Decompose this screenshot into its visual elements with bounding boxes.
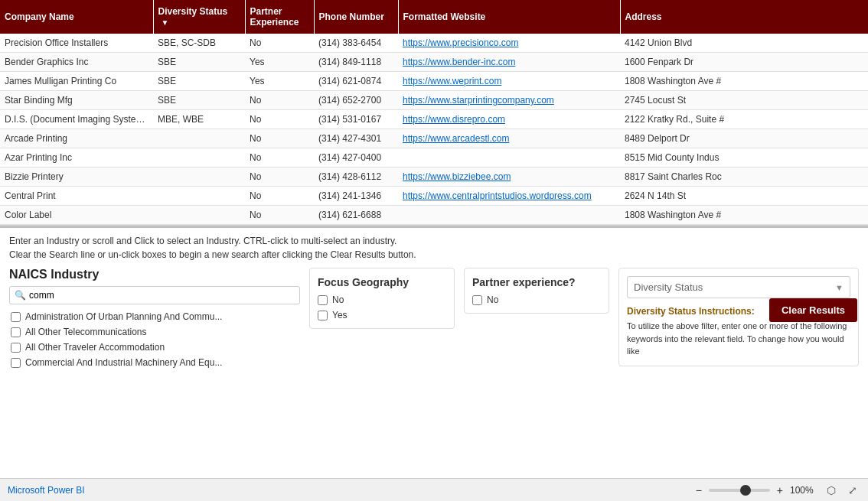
table-cell-2: No (245, 148, 314, 168)
naics-list-item[interactable]: All Other Telecommunications (9, 324, 300, 340)
table-cell-1: MBE, WBE (153, 110, 245, 129)
naics-search-input[interactable] (29, 290, 295, 301)
table-cell-4[interactable]: https://www.bender-inc.com (398, 53, 620, 72)
col-header-address[interactable]: Address (620, 0, 868, 34)
table-cell-1 (153, 168, 245, 187)
table-cell-3: (314) 849-1118 (314, 53, 398, 72)
naics-item-checkbox[interactable] (11, 327, 21, 337)
zoom-slider[interactable] (709, 489, 770, 492)
table-cell-5: 2745 Locust St (620, 91, 868, 110)
sort-arrow-diversity: ▼ (162, 18, 169, 27)
footer: Microsoft Power BI − + 100% ⬡ ⤢ (0, 478, 868, 501)
table-cell-0: Central Print (0, 187, 153, 206)
website-link[interactable]: https://www.arcadestl.com (403, 133, 509, 144)
website-link[interactable]: https://www.weprint.com (403, 76, 501, 86)
table-cell-4[interactable]: https://www.bizziebee.com (398, 168, 620, 187)
table-cell-4[interactable]: https://www.arcadestl.com (398, 129, 620, 148)
naics-panel: NAICS Industry 🔍 Administration Of Urban… (9, 268, 300, 370)
website-link[interactable]: https://www.bender-inc.com (403, 57, 515, 67)
naics-item-checkbox[interactable] (11, 358, 21, 368)
website-link[interactable]: https://www.bizziebee.com (403, 171, 511, 182)
website-link[interactable]: https://www.centralprintstudios.wordpres… (403, 190, 592, 201)
partner-exp-no-checkbox[interactable] (472, 295, 482, 305)
table-cell-5: 4142 Union Blvd (620, 34, 868, 53)
chevron-down-icon: ▼ (835, 283, 844, 292)
clear-results-button[interactable]: Clear Results (769, 298, 857, 322)
website-link[interactable]: https://www.precisionco.com (403, 37, 518, 48)
share-icon[interactable]: ⬡ (824, 483, 839, 498)
table-cell-3: (314) 241-1346 (314, 187, 398, 206)
results-table: Company Name Diversity Status ▼ Partner … (0, 0, 868, 225)
table-cell-1: SBE (153, 72, 245, 91)
table-cell-4[interactable]: https://www.centralprintstudios.wordpres… (398, 187, 620, 206)
partner-exp-no[interactable]: No (472, 294, 601, 305)
website-link[interactable]: https://www.disrepro.com (403, 114, 505, 125)
table-cell-4[interactable]: https://www.precisionco.com (398, 34, 620, 53)
naics-list-item[interactable]: Administration Of Urban Planning And Com… (9, 309, 300, 324)
zoom-level-label: 100% (790, 485, 817, 496)
instructions: Enter an Industry or scroll and Click to… (9, 234, 859, 262)
data-table-section: Company Name Diversity Status ▼ Partner … (0, 0, 868, 226)
col-header-phone[interactable]: Phone Number (314, 0, 398, 34)
table-cell-4[interactable]: https://www.weprint.com (398, 72, 620, 91)
table-cell-5: 8817 Saint Charles Roc (620, 168, 868, 187)
table-cell-0: Bender Graphics Inc (0, 53, 153, 72)
table-cell-2: No (245, 206, 314, 225)
focus-geo-yes-checkbox[interactable] (318, 311, 328, 320)
table-cell-1 (153, 129, 245, 148)
expand-icon[interactable]: ⤢ (845, 483, 860, 498)
table-cell-0: James Mulligan Printing Co (0, 72, 153, 91)
col-header-website[interactable]: Formatted Website (398, 0, 620, 34)
table-cell-1 (153, 148, 245, 168)
naics-item-checkbox[interactable] (11, 343, 21, 353)
website-link[interactable]: https://www.starprintingcompany.com (403, 95, 554, 106)
power-bi-link[interactable]: Microsoft Power BI (8, 485, 85, 496)
table-cell-4[interactable]: https://www.starprintingcompany.com (398, 91, 620, 110)
table-cell-2: No (245, 34, 314, 53)
table-row[interactable]: Star Binding MfgSBENo(314) 652-2700https… (0, 91, 868, 110)
table-cell-5: 1808 Washington Ave # (620, 206, 868, 225)
table-cell-5: 2624 N 14th St (620, 187, 868, 206)
table-cell-0: Arcade Printing (0, 129, 153, 148)
table-row[interactable]: D.I.S. (Document Imaging Systems)MBE, WB… (0, 110, 868, 129)
col-header-partner[interactable]: Partner Experience (245, 0, 314, 34)
naics-search-box[interactable]: 🔍 (9, 286, 300, 304)
clear-btn-wrapper: Clear Results (769, 298, 857, 322)
table-cell-3: (314) 383-6454 (314, 34, 398, 53)
zoom-thumb (740, 485, 751, 496)
footer-branding: Microsoft Power BI (8, 485, 85, 496)
diversity-status-dropdown[interactable]: Diversity Status ▼ (627, 276, 850, 298)
table-row[interactable]: Bender Graphics IncSBEYes(314) 849-1118h… (0, 53, 868, 72)
search-icon: 🔍 (15, 290, 26, 301)
focus-geography-panel: Focus Geography No Yes (309, 268, 455, 329)
table-row[interactable]: Central PrintNo(314) 241-1346https://www… (0, 187, 868, 206)
table-cell-4[interactable]: https://www.disrepro.com (398, 110, 620, 129)
zoom-minus-icon[interactable]: − (693, 484, 704, 496)
table-row[interactable]: Azar Printing IncNo(314) 427-04008515 Mi… (0, 148, 868, 168)
zoom-plus-icon[interactable]: + (775, 484, 785, 496)
table-cell-1: SBE (153, 91, 245, 110)
focus-geo-yes[interactable]: Yes (318, 310, 446, 320)
col-header-diversity[interactable]: Diversity Status ▼ (153, 0, 245, 34)
focus-geo-no[interactable]: No (318, 294, 446, 305)
table-row[interactable]: Precision Office InstallersSBE, SC-SDBNo… (0, 34, 868, 53)
footer-right: − + 100% ⬡ ⤢ (693, 483, 860, 498)
naics-list: Administration Of Urban Planning And Com… (9, 309, 300, 370)
table-cell-4 (398, 148, 620, 168)
focus-geo-no-checkbox[interactable] (318, 295, 328, 305)
table-cell-1: SBE, SC-SDB (153, 34, 245, 53)
table-row[interactable]: Bizzie PrinteryNo(314) 428-6112https://w… (0, 168, 868, 187)
table-cell-2: Yes (245, 72, 314, 91)
table-cell-3: (314) 531-0167 (314, 110, 398, 129)
table-row[interactable]: Color LabelNo(314) 621-66881808 Washingt… (0, 206, 868, 225)
naics-list-item[interactable]: Commercial And Industrial Machinery And … (9, 355, 300, 370)
naics-list-item[interactable]: All Other Traveler Accommodation (9, 340, 300, 355)
table-cell-2: No (245, 187, 314, 206)
table-cell-5: 1808 Washington Ave # (620, 72, 868, 91)
table-row[interactable]: James Mulligan Printing CoSBEYes(314) 62… (0, 72, 868, 91)
table-row[interactable]: Arcade PrintingNo(314) 427-4301https://w… (0, 129, 868, 148)
table-cell-0: Bizzie Printery (0, 168, 153, 187)
table-header-row: Company Name Diversity Status ▼ Partner … (0, 0, 868, 34)
col-header-company[interactable]: Company Name (0, 0, 153, 34)
naics-item-checkbox[interactable] (11, 312, 21, 322)
